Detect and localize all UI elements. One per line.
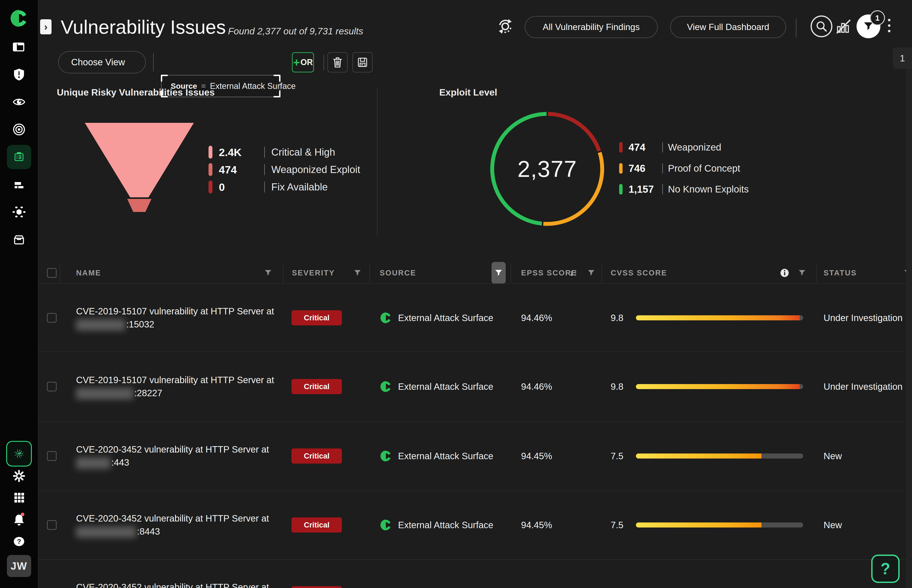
column-divider xyxy=(602,263,602,283)
legend-marker xyxy=(619,142,623,153)
vulnerability-name[interactable]: CVE-2019-15107 vulnerability at HTTP Ser… xyxy=(76,373,274,400)
status-value: New xyxy=(823,451,842,461)
column-header-severity[interactable]: SEVERITY xyxy=(292,268,335,277)
select-all-checkbox[interactable] xyxy=(47,268,56,278)
vulnerability-name[interactable]: CVE-2020-3452 vulnerability at HTTP Serv… xyxy=(76,512,269,538)
source-cell: External Attack Surface xyxy=(380,380,493,393)
view-dashboard-label: View Full Dashboard xyxy=(687,22,769,32)
row-checkbox[interactable] xyxy=(47,382,56,391)
epss-score: 94.46% xyxy=(521,313,552,323)
target-icon xyxy=(12,123,26,136)
funnel-legend-item: 0 Fix Available xyxy=(208,181,328,194)
delete-filters-button[interactable] xyxy=(328,52,348,73)
collapse-sidebar-button[interactable]: › xyxy=(40,19,52,34)
add-or-filter-button[interactable]: + OR xyxy=(292,52,314,73)
legend-value: 0 xyxy=(219,181,258,194)
choose-view-dropdown[interactable]: Choose View xyxy=(58,51,146,73)
column-header-source[interactable]: SOURCE xyxy=(380,268,416,277)
sidebar-item-visibility[interactable] xyxy=(0,94,38,110)
funnel-segment-weaponized[interactable] xyxy=(127,199,152,212)
legend-divider xyxy=(662,142,663,152)
sidebar-item-help[interactable]: ? xyxy=(0,534,38,549)
name-line-2: :8443 xyxy=(76,525,269,538)
search-icon xyxy=(810,15,833,38)
funnel-legend-item: 474 Weaponized Exploit xyxy=(208,163,360,176)
sidebar-item-dashboard[interactable] xyxy=(0,39,38,55)
column-header-status[interactable]: STATUS xyxy=(823,268,857,277)
source-filter-active-button[interactable] xyxy=(492,262,506,284)
view-full-dashboard-button[interactable]: View Full Dashboard xyxy=(670,16,786,38)
status-value: Under Investigation xyxy=(823,313,902,323)
name-line-1: CVE-2020-3452 vulnerability at HTTP Serv… xyxy=(76,581,269,588)
epss-score: 94.45% xyxy=(521,451,552,461)
table-row[interactable]: CVE-2019-15107 vulnerability at HTTP Ser… xyxy=(38,283,912,352)
table-row[interactable]: CVE-2020-3452 vulnerability at HTTP Serv… xyxy=(38,422,912,490)
table-row[interactable]: CVE-2020-3452 vulnerability at HTTP Serv… xyxy=(38,559,912,588)
sidebar-item-apps[interactable] xyxy=(0,490,38,505)
legend-value: 474 xyxy=(628,142,657,153)
orca-logo-icon[interactable] xyxy=(0,9,38,28)
column-header-epss[interactable]: EPSS SCORE xyxy=(521,268,577,277)
sidebar-item-notifications[interactable] xyxy=(0,512,38,528)
refresh-button[interactable] xyxy=(496,17,515,36)
redacted-ip xyxy=(76,319,125,331)
search-button[interactable] xyxy=(810,15,833,38)
row-checkbox[interactable] xyxy=(47,313,56,323)
user-avatar[interactable]: JW xyxy=(0,555,38,577)
orca-source-icon xyxy=(380,380,392,393)
sidebar-item-kubernetes[interactable] xyxy=(0,204,38,220)
cvss-filter-icon[interactable] xyxy=(799,270,805,276)
severity-badge: Critical xyxy=(292,379,342,394)
page-number-tab[interactable]: 1 xyxy=(893,47,912,69)
sidebar-item-attack-paths[interactable] xyxy=(0,122,38,137)
chart-view-disabled-button[interactable] xyxy=(835,18,852,35)
more-options-button[interactable] xyxy=(888,19,891,32)
column-divider xyxy=(60,263,60,283)
all-findings-label: All Vulnerability Findings xyxy=(542,22,639,32)
scrollbar-track[interactable] xyxy=(906,69,912,588)
name-line-1: CVE-2020-3452 vulnerability at HTTP Serv… xyxy=(76,512,269,525)
severity-filter-icon[interactable] xyxy=(354,270,361,276)
epss-sort-icon[interactable]: ↓↑ xyxy=(570,268,578,278)
cvss-score: 9.8 xyxy=(611,313,623,323)
global-filter-button[interactable]: 1 xyxy=(857,15,880,38)
sidebar-item-assets[interactable] xyxy=(0,177,38,192)
cvss-info-icon[interactable] xyxy=(780,268,789,277)
bell-icon xyxy=(12,512,26,527)
row-checkbox[interactable] xyxy=(47,451,56,461)
vulnerability-name[interactable]: CVE-2019-15107 vulnerability at HTTP Ser… xyxy=(76,305,274,331)
vulnerability-name[interactable]: CVE-2020-3452 vulnerability at HTTP Serv… xyxy=(76,581,269,588)
sidebar-item-ai-sonar[interactable] xyxy=(0,442,38,466)
help-floating-button[interactable]: ? xyxy=(871,554,900,583)
sidebar-item-vulnerabilities-active[interactable] xyxy=(0,145,38,169)
epss-filter-icon[interactable] xyxy=(588,270,595,276)
row-checkbox[interactable] xyxy=(47,520,56,530)
name-line-1: CVE-2020-3452 vulnerability at HTTP Serv… xyxy=(76,443,269,456)
vulnerability-name[interactable]: CVE-2020-3452 vulnerability at HTTP Serv… xyxy=(76,443,269,469)
sidebar-item-risks[interactable] xyxy=(0,67,38,82)
funnel-segment-critical-high[interactable] xyxy=(85,123,194,197)
ai-sonar-icon xyxy=(6,441,32,467)
source-cell: External Attack Surface xyxy=(380,450,493,462)
eye-icon xyxy=(12,95,26,108)
source-label: External Attack Surface xyxy=(398,313,493,323)
name-filter-icon[interactable] xyxy=(265,270,271,276)
source-cell: External Attack Surface xyxy=(380,519,493,531)
sidebar-item-settings[interactable] xyxy=(0,468,38,483)
save-view-button[interactable] xyxy=(352,52,373,73)
status-value: Under Investigation xyxy=(823,381,902,392)
legend-label: Critical & High xyxy=(271,146,335,158)
all-vulnerability-findings-button[interactable]: All Vulnerability Findings xyxy=(525,16,658,38)
table-row[interactable]: CVE-2019-15107 vulnerability at HTTP Ser… xyxy=(38,352,912,421)
column-header-name[interactable]: NAME xyxy=(76,268,101,277)
name-line-1: CVE-2019-15107 vulnerability at HTTP Ser… xyxy=(76,373,274,386)
legend-value: 474 xyxy=(219,163,258,176)
orca-source-icon xyxy=(380,519,392,531)
column-header-cvss[interactable]: CVSS SCORE xyxy=(611,268,667,277)
port: :15032 xyxy=(126,319,154,329)
chip-corner xyxy=(161,75,168,82)
blocks-icon xyxy=(12,178,26,191)
gear-icon xyxy=(12,469,26,483)
table-row[interactable]: CVE-2020-3452 vulnerability at HTTP Serv… xyxy=(38,491,912,559)
sidebar-item-inventory[interactable] xyxy=(0,232,38,247)
